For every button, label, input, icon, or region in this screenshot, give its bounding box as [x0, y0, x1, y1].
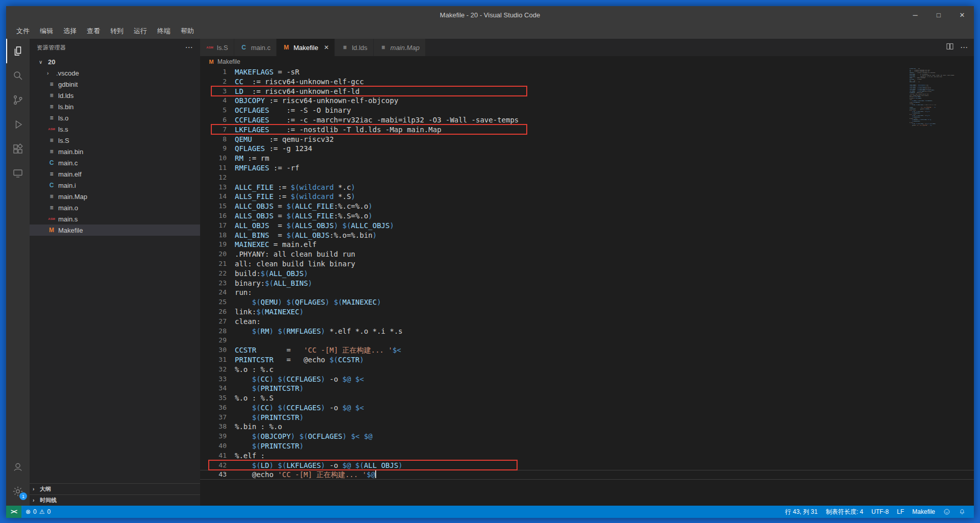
file-item-Makefile[interactable]: MMakefile: [30, 225, 200, 236]
code-line[interactable]: 17ALL_OBJS = $(ALLS_OBJS) $(ALLC_OBJS): [200, 221, 974, 231]
close-button[interactable]: ✕: [950, 6, 974, 23]
code-line[interactable]: 35%.o : %.S: [200, 393, 974, 403]
remote-explorer-icon[interactable]: [6, 161, 30, 186]
code-line[interactable]: 28 $(RM) $(RMFLAGES) *.elf *.o *.i *.s: [200, 327, 974, 336]
code-line[interactable]: 16ALLS_OBJS = $(ALLS_FILE:%.S=%.o): [200, 211, 974, 221]
tab-main.Map[interactable]: ≡main.Map: [374, 39, 426, 56]
close-tab-icon[interactable]: ✕: [324, 44, 329, 51]
code-line[interactable]: 4OBJCOPY := riscv64-unknown-elf-objcopy: [200, 96, 974, 106]
code-line[interactable]: 22build:$(ALL_OBJS): [200, 269, 974, 279]
code-line[interactable]: 1MAKEFLAGS = -sR: [200, 67, 974, 77]
code-line[interactable]: 38%.bin : %.o: [200, 422, 974, 432]
status-item[interactable]: LF: [893, 506, 908, 518]
status-item[interactable]: UTF-8: [867, 506, 893, 518]
source-control-icon[interactable]: [6, 88, 30, 112]
code-editor[interactable]: 1MAKEFLAGS = -sR2CC := riscv64-unknown-e…: [200, 67, 974, 506]
code-line[interactable]: 29: [200, 336, 974, 345]
code-line[interactable]: 27clean:: [200, 317, 974, 327]
status-item[interactable]: Makefile: [908, 506, 939, 518]
code-line[interactable]: 39 $(OBJCOPY) $(OCFLAGES) $< $@: [200, 432, 974, 441]
status-item[interactable]: 制表符长度: 4: [822, 506, 867, 518]
code-line[interactable]: 19MAINEXEC = main.elf: [200, 240, 974, 250]
code-line[interactable]: 15ALLC_OBJS = $(ALLC_FILE:%.c=%.o): [200, 202, 974, 211]
code-line[interactable]: 18ALL_BINS = $(ALL_OBJS:%.o=%.bin): [200, 231, 974, 240]
split-editor-icon[interactable]: [946, 42, 954, 53]
code-line[interactable]: 12: [200, 173, 974, 183]
file-item-.vscode[interactable]: ›.vscode: [30, 67, 200, 79]
menu-item-文件[interactable]: 文件: [11, 26, 35, 37]
code-line[interactable]: 24run:: [200, 288, 974, 297]
menu-item-终端[interactable]: 终端: [152, 26, 176, 37]
menu-item-运行[interactable]: 运行: [129, 26, 152, 37]
file-item-ls.o[interactable]: ≡ls.o: [30, 112, 200, 123]
code-line[interactable]: 2CC := riscv64-unknown-elf-gcc: [200, 77, 974, 87]
more-actions-icon[interactable]: ⋯: [185, 43, 193, 52]
file-item-main.o[interactable]: ≡main.o: [30, 202, 200, 213]
code-line[interactable]: 14ALLS_FILE := $(wildcard *.S): [200, 192, 974, 202]
run-debug-icon[interactable]: [6, 112, 30, 137]
explorer-icon[interactable]: [6, 39, 30, 63]
more-actions-icon[interactable]: ⋯: [960, 43, 968, 52]
maximize-button[interactable]: □: [927, 6, 950, 23]
problems-status[interactable]: ⊗0 ⚠0: [21, 506, 55, 518]
account-icon[interactable]: [6, 455, 30, 479]
code-line[interactable]: 33 $(CC) $(CCFLAGES) -o $@ $<: [200, 375, 974, 384]
menu-item-查看[interactable]: 查看: [82, 26, 105, 37]
panel-大纲[interactable]: ›大纲: [30, 483, 200, 494]
code-line[interactable]: 31PRINTCSTR = @echo $(CCSTR): [200, 355, 974, 365]
file-item-ls.s[interactable]: ASMls.s: [30, 123, 200, 135]
tab-main.c[interactable]: Cmain.c: [234, 39, 277, 56]
code-line[interactable]: 37 $(PRINTCSTR): [200, 413, 974, 422]
file-item-gdbinit[interactable]: ≡gdbinit: [30, 79, 200, 90]
code-line[interactable]: 5OCFLAGES := -S -O binary: [200, 106, 974, 115]
code-line[interactable]: 36 $(CC) $(CCFLAGES) -o $@ $<: [200, 403, 974, 413]
code-line[interactable]: 23binary:$(ALL_BINS): [200, 279, 974, 288]
code-line[interactable]: 13ALLC_FILE := $(wildcard *.c): [200, 183, 974, 192]
file-item-main.bin[interactable]: ≡main.bin: [30, 146, 200, 157]
code-line[interactable]: 21all: clean build link binary: [200, 259, 974, 269]
extensions-icon[interactable]: [6, 137, 30, 161]
code-line[interactable]: 11RMFLAGES := -rf: [200, 163, 974, 173]
code-line[interactable]: 20.PHYANY: all clean build run: [200, 250, 974, 259]
code-line[interactable]: 9QFLAGES := -g 1234: [200, 144, 974, 154]
file-item-main.Map[interactable]: ≡main.Map: [30, 191, 200, 202]
code-line[interactable]: 6CCFLAGES := -c -march=rv32iac -mabi=ilp…: [200, 115, 974, 125]
file-item-ld.lds[interactable]: ≡ld.lds: [30, 90, 200, 101]
menu-item-转到[interactable]: 转到: [105, 26, 129, 37]
file-item-ls.S[interactable]: ≡ls.S: [30, 135, 200, 146]
code-line[interactable]: 43 @echo 'CC -[M] 正在构建... '$@: [200, 470, 974, 480]
code-line[interactable]: 34 $(PRINTCSTR): [200, 384, 974, 393]
feedback-icon[interactable]: [939, 506, 954, 518]
code-line[interactable]: 32%.o : %.c: [200, 365, 974, 375]
remote-indicator[interactable]: ><: [6, 506, 21, 518]
tab-ld.lds[interactable]: ≡ld.lds: [335, 39, 373, 56]
file-item-main.i[interactable]: Cmain.i: [30, 180, 200, 191]
search-icon[interactable]: [6, 63, 30, 88]
file-item-main.elf[interactable]: ≡main.elf: [30, 168, 200, 180]
menu-item-选择[interactable]: 选择: [58, 26, 82, 37]
file-item-ls.bin[interactable]: ≡ls.bin: [30, 101, 200, 112]
code-line[interactable]: 8QEMU := qemu-riscv32: [200, 135, 974, 144]
code-line[interactable]: 41%.elf :: [200, 451, 974, 461]
code-line[interactable]: 25 $(QEMU) $(QFLAGES) $(MAINEXEC): [200, 297, 974, 307]
code-line[interactable]: 3LD := riscv64-unknown-elf-ld: [200, 87, 974, 96]
minimize-button[interactable]: ─: [903, 6, 927, 23]
minimap[interactable]: MAKEFLAGS = -sRCC := riscv64-unknown-elf…: [910, 68, 969, 134]
menu-item-帮助[interactable]: 帮助: [176, 26, 199, 37]
file-item-main.c[interactable]: Cmain.c: [30, 157, 200, 168]
tab-Makefile[interactable]: MMakefile✕: [277, 39, 335, 56]
breadcrumb[interactable]: M Makefile: [200, 56, 974, 67]
notifications-icon[interactable]: [954, 506, 970, 518]
status-item[interactable]: 行 43, 列 31: [781, 506, 822, 518]
code-line[interactable]: 40 $(PRINTCSTR): [200, 441, 974, 451]
code-line[interactable]: 42 $(LD) $(LKFLAGES) -o $@ $(ALL_OBJS): [200, 461, 974, 470]
file-item-main.s[interactable]: ASMmain.s: [30, 213, 200, 225]
code-line[interactable]: 30CCSTR = 'CC -[M] 正在构建... '$<: [200, 345, 974, 355]
panel-时间线[interactable]: ›时间线: [30, 494, 200, 506]
code-line[interactable]: 26link:$(MAINEXEC): [200, 307, 974, 317]
code-line[interactable]: 10RM := rm: [200, 154, 974, 163]
tab-ls.S[interactable]: ASMls.S: [200, 39, 234, 56]
folder-row-20[interactable]: ∨ 20: [30, 56, 200, 67]
menu-item-编辑[interactable]: 编辑: [35, 26, 58, 37]
code-line[interactable]: 7LKFLAGES := -nostdlib -T ld.lds -Map ma…: [200, 125, 974, 135]
